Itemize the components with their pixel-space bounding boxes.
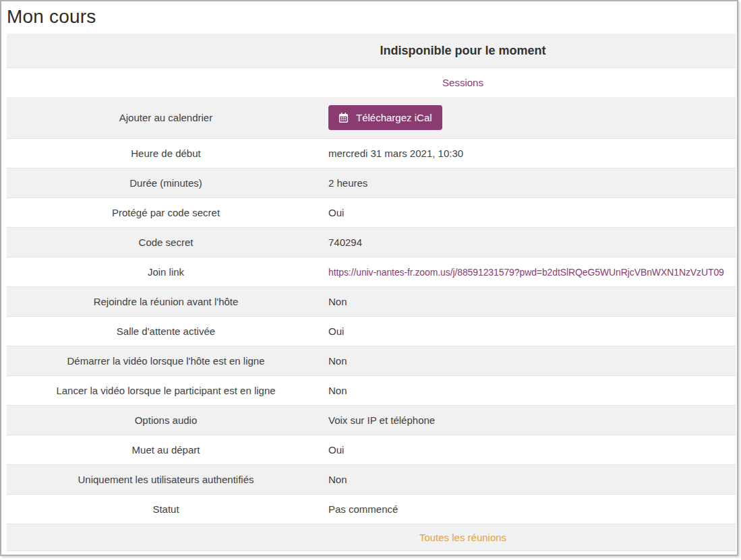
detail-rows: Ajouter au calendrier Téléchargez iCal H…: [7, 97, 736, 524]
row-value: Non: [328, 385, 347, 396]
join-link[interactable]: https://univ-nantes-fr.zoom.us/j/8859123…: [328, 267, 724, 278]
table-row: Lancer la vidéo lorsque le participant e…: [7, 375, 736, 405]
row-label: Heure de début: [7, 147, 325, 160]
table-row: Muet au départOui: [7, 435, 736, 464]
availability-status: Indisponible pour le moment: [380, 44, 545, 58]
meeting-details-table: Indisponible pour le moment Sessions Ajo…: [7, 34, 736, 551]
all-meetings-link[interactable]: Toutes les réunions: [419, 532, 506, 543]
row-label: Protégé par code secret: [7, 206, 325, 219]
row-label: Ajouter au calendrier: [7, 111, 325, 124]
table-row: Durée (minutes)2 heures: [7, 168, 736, 197]
row-value: Oui: [328, 207, 344, 218]
table-row: Heure de débutmercredi 31 mars 2021, 10:…: [7, 138, 736, 168]
row-value: Pas commencé: [328, 503, 398, 515]
row-label: Uniquement les utilisateurs authentifiés: [7, 473, 325, 486]
row-value: Voix sur IP et téléphone: [328, 414, 435, 426]
row-label: Démarrer la vidéo lorsque l'hôte est en …: [7, 354, 325, 367]
row-value-cell: 740294: [325, 237, 736, 248]
sessions-link[interactable]: Sessions: [442, 77, 483, 88]
table-row: Rejoindre la réunion avant l'hôteNon: [7, 286, 736, 316]
row-label: Statut: [7, 503, 325, 516]
row-label: Salle d'attente activée: [7, 325, 325, 338]
row-label: Join link: [7, 266, 325, 278]
table-row: Protégé par code secretOui: [7, 197, 736, 227]
table-row: Salle d'attente activéeOui: [7, 316, 736, 346]
row-value-cell: Non: [325, 474, 736, 485]
row-value: Non: [328, 474, 347, 485]
all-meetings-row: Toutes les réunions: [7, 524, 736, 551]
row-value: mercredi 31 mars 2021, 10:30: [328, 148, 463, 159]
table-row: Options audioVoix sur IP et téléphone: [7, 405, 736, 435]
row-value: Non: [328, 296, 347, 307]
row-value: 740294: [328, 237, 362, 248]
table-row: Uniquement les utilisateurs authentifiés…: [7, 464, 736, 494]
page-title: Mon cours: [1, 1, 737, 34]
status-header-row: Indisponible pour le moment: [7, 34, 736, 67]
row-value: Non: [328, 355, 347, 367]
sessions-row: Sessions: [7, 67, 736, 97]
row-value-cell: Non: [325, 296, 736, 307]
row-label: Muet au départ: [7, 443, 325, 456]
row-value-cell: Pas commencé: [325, 503, 736, 515]
download-ical-button[interactable]: Téléchargez iCal: [328, 105, 442, 130]
row-label: Options audio: [7, 414, 325, 427]
table-row: StatutPas commencé: [7, 494, 736, 524]
row-value-cell: Téléchargez iCal: [325, 105, 736, 130]
row-value: Oui: [328, 444, 344, 456]
row-value-cell: 2 heures: [325, 177, 736, 189]
content-frame: Mon cours Indisponible pour le moment Se…: [0, 0, 738, 556]
table-row: Join linkhttps://univ-nantes-fr.zoom.us/…: [7, 257, 736, 286]
row-value-cell: Non: [325, 385, 736, 396]
row-label: Rejoindre la réunion avant l'hôte: [7, 295, 325, 308]
row-value-cell: https://univ-nantes-fr.zoom.us/j/8859123…: [325, 266, 736, 278]
row-value-cell: Voix sur IP et téléphone: [325, 414, 736, 426]
calendar-icon: [338, 113, 349, 123]
download-ical-label: Téléchargez iCal: [356, 112, 432, 123]
row-label: Durée (minutes): [7, 177, 325, 189]
row-value-cell: Oui: [325, 444, 736, 456]
row-label: Lancer la vidéo lorsque le participant e…: [7, 384, 325, 397]
table-row: Ajouter au calendrier Téléchargez iCal: [7, 97, 736, 138]
row-label: Code secret: [7, 236, 325, 249]
row-value: Oui: [328, 325, 344, 337]
row-value-cell: Non: [325, 355, 736, 367]
row-value-cell: Oui: [325, 325, 736, 337]
row-value-cell: Oui: [325, 207, 736, 218]
row-value-cell: mercredi 31 mars 2021, 10:30: [325, 148, 736, 159]
table-row: Code secret740294: [7, 227, 736, 257]
row-value: 2 heures: [328, 177, 367, 189]
table-row: Démarrer la vidéo lorsque l'hôte est en …: [7, 346, 736, 375]
